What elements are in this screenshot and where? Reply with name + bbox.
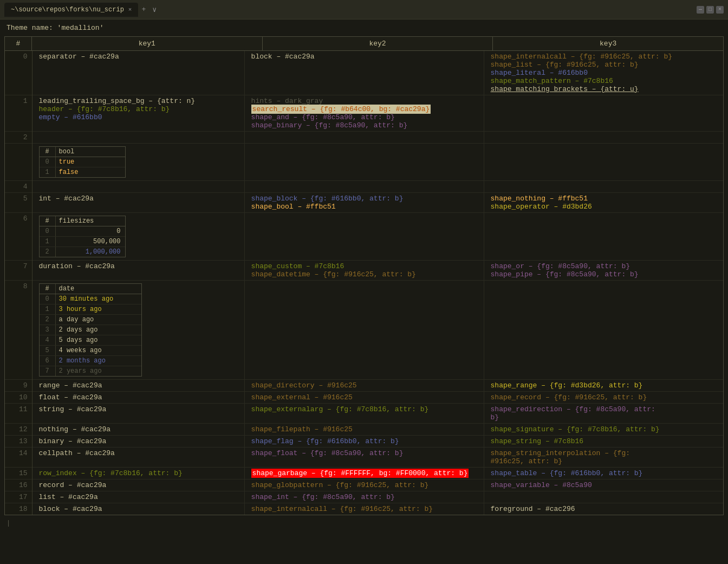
row-13-col2: shape_flag – {fg: #616bb0, attr: b} bbox=[244, 436, 484, 448]
row-5-col3: shape_nothing – #ffbc51 shape_operator –… bbox=[484, 193, 723, 213]
table-row: 2 bbox=[5, 132, 723, 144]
row-15-col3: shape_table – {fg: #616bb0, attr: b} bbox=[484, 468, 723, 479]
row-8-col3 bbox=[484, 281, 723, 380]
row-num-15: 15 bbox=[5, 468, 32, 479]
table-row: 15 row_index – {fg: #7c8b16, attr: b} sh… bbox=[5, 468, 723, 479]
row-14-col3: shape_string_interpolation – {fg: #916c2… bbox=[484, 448, 723, 468]
row-16-col1: record – #cac29a bbox=[32, 479, 244, 491]
row-5-col2: shape_block – {fg: #616bb0, attr: b} sha… bbox=[244, 193, 484, 213]
row-17-col3 bbox=[484, 491, 723, 503]
table-row: 0 separator – #cac29a block – #cac29a sh… bbox=[5, 51, 723, 95]
inner-row: 1 3 hours ago bbox=[40, 304, 141, 315]
row-17-col1: list – #cac29a bbox=[32, 491, 244, 503]
maximize-button[interactable]: □ bbox=[706, 6, 714, 14]
row-num-6: 6 bbox=[5, 213, 32, 261]
inner-row: 7 2 years ago bbox=[40, 366, 141, 376]
inner-row: 0 true bbox=[40, 157, 125, 167]
inner-row: 1 500,000 bbox=[40, 237, 125, 247]
row-6-col1: # filesizes 0 0 1 500,000 2 1,000,000 bbox=[32, 213, 244, 261]
row-16-col2: shape_globpattern – {fg: #916c25, attr: … bbox=[244, 479, 484, 491]
row-12-col2: shape_filepath – #916c25 bbox=[244, 424, 484, 436]
inner-row: 2 a day ago bbox=[40, 315, 141, 325]
row-16-col3: shape_variable – #8c5a90 bbox=[484, 479, 723, 491]
row-13-col1: binary – #cac29a bbox=[32, 436, 244, 448]
table-row: 7 duration – #cac29a shape_custom – #7c8… bbox=[5, 261, 723, 281]
col-key1-header: key1 bbox=[32, 37, 263, 50]
row-1-col3 bbox=[484, 95, 723, 132]
row-15-col1: row_index – {fg: #7c8b16, attr: b} bbox=[32, 468, 244, 479]
table-row: 8 # date 0 30 minutes ago 1 3 hours ago bbox=[5, 281, 723, 380]
table-row: 13 binary – #cac29a shape_flag – {fg: #6… bbox=[5, 436, 723, 448]
row-14-col1: cellpath – #cac29a bbox=[32, 448, 244, 468]
cursor-line: | bbox=[0, 517, 728, 529]
minimize-button[interactable]: — bbox=[697, 6, 704, 14]
inner-row: 6 2 months ago bbox=[40, 356, 141, 366]
inner-row: 2 1,000,000 bbox=[40, 247, 125, 257]
window-controls: — □ × bbox=[697, 6, 724, 14]
row-num-7: 7 bbox=[5, 261, 32, 281]
row-4-col2 bbox=[244, 181, 484, 193]
row-num-12: 12 bbox=[5, 424, 32, 436]
inner-date-table: # date 0 30 minutes ago 1 3 hours ago 2 … bbox=[39, 283, 142, 377]
tab-label: ~\source\repos\forks\nu_scrip bbox=[11, 6, 124, 14]
row-18-col2: shape_internalcall – {fg: #916c25, attr:… bbox=[244, 503, 484, 515]
active-tab[interactable]: ~\source\repos\forks\nu_scrip × bbox=[4, 3, 138, 17]
col-key3-header: key3 bbox=[493, 37, 723, 50]
new-tab-button[interactable]: + bbox=[138, 3, 149, 16]
row-10-col1: float – #cac29a bbox=[32, 392, 244, 404]
col-hash-header: # bbox=[5, 37, 32, 50]
tab-close-icon[interactable]: × bbox=[128, 7, 132, 13]
inner-row: 0 0 bbox=[40, 226, 125, 237]
row-num-8: 8 bbox=[5, 281, 32, 380]
row-11-col2: shape_externalarg – {fg: #7c8b16, attr: … bbox=[244, 404, 484, 424]
row-9-col2: shape_directory – #916c25 bbox=[244, 380, 484, 392]
main-table-container: # key1 key2 key3 0 separator – #cac29a b… bbox=[4, 36, 724, 515]
table-row: 17 list – #cac29a shape_int – {fg: #8c5a… bbox=[5, 491, 723, 503]
row-7-col2: shape_custom – #7c8b16 shape_datetime – … bbox=[244, 261, 484, 281]
table-row: 4 bbox=[5, 181, 723, 193]
data-table: 0 separator – #cac29a block – #cac29a sh… bbox=[5, 51, 723, 515]
row-5-col1: int – #cac29a bbox=[32, 193, 244, 213]
row-2-col3 bbox=[484, 132, 723, 144]
close-button[interactable]: × bbox=[716, 6, 724, 14]
table-row: 1 leading_trailing_space_bg – {attr: n} … bbox=[5, 95, 723, 132]
table-row: 14 cellpath – #cac29a shape_float – {fg:… bbox=[5, 448, 723, 468]
row-6-col3 bbox=[484, 213, 723, 261]
table-row: 9 range – #cac29a shape_directory – #916… bbox=[5, 380, 723, 392]
row-num-11: 11 bbox=[5, 404, 32, 424]
col-key2-header: key2 bbox=[263, 37, 493, 50]
tab-dropdown-icon[interactable]: ∨ bbox=[149, 3, 160, 16]
row-num-14: 14 bbox=[5, 448, 32, 468]
row-num-9: 9 bbox=[5, 380, 32, 392]
row-9-col1: range – #cac29a bbox=[32, 380, 244, 392]
row-12-col3: shape_signature – {fg: #7c8b16, attr: b} bbox=[484, 424, 723, 436]
table-row: 18 block – #cac29a shape_internalcall – … bbox=[5, 503, 723, 515]
row-4-col1 bbox=[32, 181, 244, 193]
row-6-col2 bbox=[244, 213, 484, 261]
row-num-1: 1 bbox=[5, 95, 32, 132]
table-row: 11 string – #cac29a shape_externalarg – … bbox=[5, 404, 723, 424]
row-0-col3: shape_internalcall – {fg: #916c25, attr:… bbox=[484, 51, 723, 95]
row-11-col3: shape_redirection – {fg: #8c5a90, attr: … bbox=[484, 404, 723, 424]
inner-row: 3 2 days ago bbox=[40, 325, 141, 335]
row-num-16: 16 bbox=[5, 479, 32, 491]
row-11-col1: string – #cac29a bbox=[32, 404, 244, 424]
row-14-col2: shape_float – {fg: #8c5a90, attr: b} bbox=[244, 448, 484, 468]
row-18-col1: block – #cac29a bbox=[32, 503, 244, 515]
row-18-col3: foreground – #cac296 bbox=[484, 503, 723, 515]
row-num-17: 17 bbox=[5, 491, 32, 503]
row-3-col3 bbox=[484, 144, 723, 181]
inner-bool-table: # bool 0 true 1 false bbox=[39, 146, 126, 178]
row-17-col2: shape_int – {fg: #8c5a90, attr: b} bbox=[244, 491, 484, 503]
row-10-col2: shape_external – #916c25 bbox=[244, 392, 484, 404]
inner-row: 4 5 days ago bbox=[40, 335, 141, 346]
row-7-col3: shape_or – {fg: #8c5a90, attr: b} shape_… bbox=[484, 261, 723, 281]
table-row: # bool 0 true 1 false bbox=[5, 144, 723, 181]
row-2-col1 bbox=[32, 132, 244, 144]
row-4-col3 bbox=[484, 181, 723, 193]
table-row: 5 int – #cac29a shape_block – {fg: #616b… bbox=[5, 193, 723, 213]
row-7-col1: duration – #cac29a bbox=[32, 261, 244, 281]
row-num-10: 10 bbox=[5, 392, 32, 404]
inner-row: 0 30 minutes ago bbox=[40, 294, 141, 304]
table-row: 6 # filesizes 0 0 1 500,000 bbox=[5, 213, 723, 261]
